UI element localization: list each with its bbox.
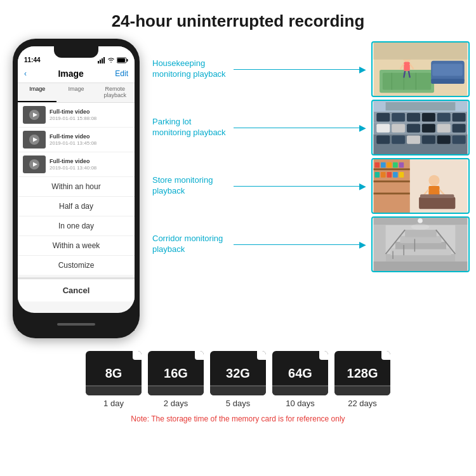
arrow-icon-3: ▶ bbox=[359, 181, 366, 191]
svg-rect-48 bbox=[453, 135, 466, 143]
play-icon-1 bbox=[29, 109, 40, 121]
svg-rect-79 bbox=[374, 225, 386, 261]
tab-image2[interactable]: Image bbox=[56, 83, 95, 102]
sd-label-128g: 128G bbox=[347, 366, 378, 381]
monitoring-label-corridor: Corridor monitoringplayback bbox=[152, 234, 228, 255]
svg-rect-45 bbox=[407, 135, 420, 143]
storage-note: Note: The storage time of the memory car… bbox=[6, 414, 470, 423]
dropdown-item-2[interactable]: In one day bbox=[18, 216, 135, 236]
tab-remote-playback[interactable]: Remote playback bbox=[96, 83, 135, 102]
arrow-icon-4: ▶ bbox=[359, 239, 366, 249]
phone-home-bar bbox=[18, 313, 135, 331]
sd-label-16g: 16G bbox=[164, 366, 188, 381]
video-info-2: Full-time video 2019-01-01 13:45:08 bbox=[50, 133, 129, 146]
storage-days-16g: 2 days bbox=[164, 399, 188, 408]
svg-rect-57 bbox=[374, 193, 410, 195]
svg-rect-85 bbox=[405, 230, 437, 237]
dropdown-item-1[interactable]: Half a day bbox=[18, 197, 135, 216]
svg-rect-65 bbox=[387, 172, 392, 178]
cancel-button-area: Cancel bbox=[18, 277, 135, 301]
video-thumb-1 bbox=[23, 106, 46, 124]
app-tabs: Image Image Remote playback bbox=[18, 83, 135, 103]
sd-label-8g: 8G bbox=[105, 366, 122, 381]
svg-rect-44 bbox=[392, 135, 405, 143]
connector-line-3 bbox=[234, 186, 359, 187]
svg-rect-32 bbox=[392, 113, 405, 121]
svg-rect-23 bbox=[404, 62, 410, 71]
arrow-icon-1: ▶ bbox=[359, 64, 366, 74]
svg-point-68 bbox=[428, 175, 439, 186]
svg-rect-36 bbox=[453, 113, 466, 121]
time-filter-dropdown: Within an hour Half a day In one day Wit… bbox=[18, 177, 135, 275]
svg-rect-33 bbox=[407, 113, 420, 121]
svg-rect-40 bbox=[422, 124, 435, 132]
svg-rect-34 bbox=[422, 113, 435, 121]
video-date-2: 2019-01-01 13:45:08 bbox=[50, 140, 129, 146]
phone-outer: 11:44 bbox=[13, 39, 140, 338]
svg-rect-78 bbox=[374, 261, 468, 271]
svg-rect-31 bbox=[376, 113, 390, 121]
parking-scene bbox=[373, 101, 468, 154]
storage-card-64g: 64G 10 days bbox=[272, 351, 328, 408]
phone-screen: 11:44 bbox=[18, 46, 135, 313]
signal-icon bbox=[98, 57, 105, 63]
svg-rect-63 bbox=[374, 172, 380, 178]
storage-days-128g: 22 days bbox=[348, 399, 377, 408]
sd-label-32g: 32G bbox=[226, 366, 250, 381]
phone-notch bbox=[54, 46, 98, 58]
sd-card-64g: 64G bbox=[272, 351, 328, 395]
connector-corridor: ▶ bbox=[234, 239, 366, 249]
connector-line-4 bbox=[234, 244, 359, 245]
connector-parking: ▶ bbox=[234, 122, 366, 133]
dropdown-item-4[interactable]: Customize bbox=[18, 256, 135, 275]
sd-card-16g: 16G bbox=[148, 351, 204, 395]
phone-mockup: 11:44 bbox=[6, 39, 146, 338]
video-date-1: 2019-01-01 15:88:08 bbox=[50, 116, 129, 121]
video-date-3: 2019-01-01 13:40:08 bbox=[50, 165, 129, 171]
svg-rect-41 bbox=[437, 124, 451, 132]
svg-rect-1 bbox=[100, 60, 101, 63]
svg-rect-43 bbox=[376, 135, 390, 143]
svg-rect-0 bbox=[98, 61, 99, 63]
edit-button[interactable]: Edit bbox=[115, 69, 128, 78]
main-content: 11:44 bbox=[0, 39, 476, 338]
play-icon-3 bbox=[29, 159, 40, 170]
status-icons bbox=[98, 57, 128, 63]
storage-days-32g: 5 days bbox=[226, 399, 250, 408]
svg-rect-80 bbox=[455, 225, 467, 261]
connector-line-2 bbox=[234, 128, 359, 128]
svg-rect-56 bbox=[374, 180, 410, 182]
cancel-button[interactable]: Cancel bbox=[18, 279, 135, 301]
monitoring-container: Housekeepingmonitoring playback ▶ bbox=[152, 39, 470, 272]
connector-store: ▶ bbox=[234, 181, 366, 191]
monitoring-label-store: Store monitoringplayback bbox=[152, 175, 228, 197]
video-info-1: Full-time video 2019-01-01 15:88:08 bbox=[50, 109, 129, 121]
video-item-3: Full-time video 2019-01-01 13:40:08 bbox=[18, 152, 135, 177]
sd-card-32g: 32G bbox=[210, 351, 266, 395]
svg-rect-20 bbox=[432, 63, 463, 76]
svg-rect-21 bbox=[431, 79, 465, 84]
storage-days-64g: 10 days bbox=[286, 399, 315, 408]
svg-rect-60 bbox=[387, 162, 392, 168]
dropdown-item-0[interactable]: Within an hour bbox=[18, 177, 135, 197]
svg-rect-6 bbox=[117, 58, 125, 62]
storage-cards-row: 8G 1 day 16G 2 days 32G 5 days 64G 10 da… bbox=[6, 351, 470, 408]
play-icon-2 bbox=[29, 134, 40, 145]
video-title-2: Full-time video bbox=[50, 133, 129, 140]
monitoring-item-store: Store monitoringplayback ▶ bbox=[152, 158, 470, 214]
svg-rect-2 bbox=[102, 58, 103, 63]
monitoring-img-corridor bbox=[371, 216, 470, 272]
svg-rect-28 bbox=[374, 43, 468, 60]
svg-rect-35 bbox=[437, 113, 451, 121]
monitoring-item-parking: Parking lotmonitoring playback ▶ bbox=[152, 100, 470, 155]
video-title-3: Full-time video bbox=[50, 158, 129, 164]
svg-rect-15 bbox=[383, 73, 431, 90]
tab-image[interactable]: Image bbox=[18, 83, 56, 102]
connector-line-1 bbox=[234, 69, 359, 70]
home-indicator bbox=[57, 323, 95, 326]
housekeeping-scene bbox=[373, 43, 468, 96]
svg-rect-55 bbox=[374, 168, 410, 170]
dropdown-item-3[interactable]: Within a week bbox=[18, 236, 135, 256]
monitoring-label-parking: Parking lotmonitoring playback bbox=[152, 117, 228, 138]
back-button[interactable]: ‹ bbox=[24, 69, 27, 78]
